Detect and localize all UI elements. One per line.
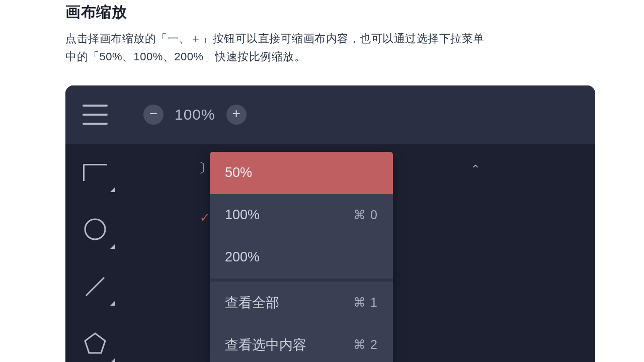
section-body: 点击择画布缩放的「一、＋」按钮可以直接可缩画布内容，也可以通过选择下拉菜单中的「… — [65, 30, 488, 66]
tool-line[interactable] — [65, 258, 124, 315]
tool-flyout-indicator-icon — [110, 301, 115, 306]
tool-rail — [65, 144, 124, 362]
svg-marker-3 — [85, 333, 105, 353]
tool-flyout-indicator-icon — [110, 244, 115, 249]
menu-item-shortcut: ⌘ 1 — [353, 295, 378, 310]
zoom-menu-item-view-selection[interactable]: 查看选中内容 ⌘ 2 — [210, 324, 393, 362]
menu-item-shortcut: ⌘ 2 — [353, 337, 378, 352]
tool-rectangle[interactable] — [65, 144, 124, 201]
zoom-out-button[interactable]: − — [143, 105, 164, 125]
zoom-controls: − 100% + — [143, 105, 247, 125]
tool-polygon[interactable] — [65, 315, 124, 362]
plus-icon: + — [232, 107, 240, 121]
tool-circle[interactable] — [65, 201, 124, 258]
zoom-menu-item-view-all[interactable]: 查看全部 ⌘ 1 — [210, 282, 393, 324]
menu-item-shortcut: ⌘ 0 — [353, 208, 378, 222]
tool-flyout-indicator-icon — [110, 187, 115, 192]
hamburger-icon — [83, 105, 108, 125]
menu-item-label: 200% — [225, 249, 260, 265]
minus-icon: − — [149, 107, 157, 121]
chevron-up-icon[interactable]: ⌃ — [470, 162, 480, 176]
topbar: − 100% + — [65, 85, 595, 144]
menu-item-label: 查看全部 — [225, 294, 279, 312]
zoom-menu-item-200[interactable]: 200% — [210, 236, 393, 279]
zoom-value-label[interactable]: 100% — [173, 106, 217, 123]
app-mock-frame: − 100% + — [65, 85, 595, 362]
zoom-in-button[interactable]: + — [226, 105, 247, 125]
canvas-panel-area: 〕 ⌃ ✓ 50% 100% ⌘ 0 200% 查看全部 — [124, 144, 595, 362]
svg-point-1 — [85, 219, 105, 239]
zoom-dropdown-menu: 50% 100% ⌘ 0 200% 查看全部 ⌘ 1 查看选中内容 — [210, 152, 393, 362]
zoom-menu-item-100[interactable]: 100% ⌘ 0 — [210, 194, 393, 236]
tool-flyout-indicator-icon — [110, 358, 115, 362]
svg-rect-0 — [84, 165, 107, 182]
zoom-menu-item-50[interactable]: 50% — [210, 152, 393, 194]
menu-button[interactable] — [65, 85, 124, 144]
svg-line-2 — [86, 278, 104, 296]
menu-item-label: 查看选中内容 — [225, 336, 306, 354]
check-icon: ✓ — [200, 211, 210, 225]
menu-item-label: 50% — [225, 165, 252, 180]
menu-item-label: 100% — [225, 207, 260, 223]
section-title: 画布缩放 — [65, 2, 644, 23]
